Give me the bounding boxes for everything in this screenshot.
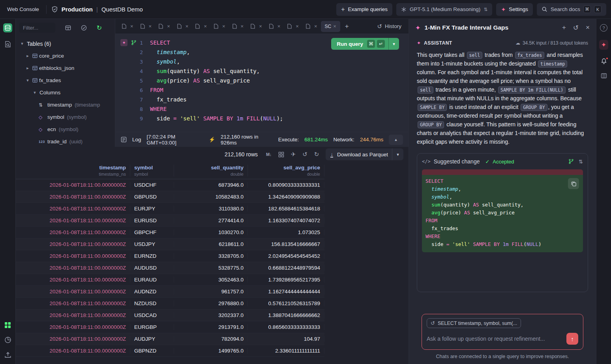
- table-row[interactable]: 2026-01-08T18:11:00.0000000Z EURJPY 3110…: [16, 203, 324, 215]
- column-header-sell-quantity[interactable]: sell_quantity double: [174, 165, 248, 176]
- column-header-sell-avg-price[interactable]: sell_avg_price double: [248, 165, 324, 176]
- close-icon[interactable]: ×: [204, 23, 207, 29]
- column-item[interactable]: 123 trade_id (uuid): [16, 135, 115, 147]
- table-row[interactable]: 2026-01-08T18:11:00.0000000Z GBPNZD 1499…: [16, 345, 324, 357]
- close-icon[interactable]: ×: [149, 23, 152, 29]
- send-icon[interactable]: ✈: [291, 151, 296, 158]
- assistant-toggle-icon[interactable]: ✦: [599, 40, 608, 50]
- table-item-fx-trades[interactable]: ▾ fx_trades: [16, 74, 115, 86]
- import-icon[interactable]: [4, 351, 11, 358]
- close-icon[interactable]: ×: [259, 23, 262, 29]
- tables-section-toggle[interactable]: ▾ Tables (6): [16, 38, 115, 50]
- table-row[interactable]: 2026-01-08T18:11:00.0000000Z AUDUSD 5328…: [16, 262, 324, 274]
- sql-editor[interactable]: ✦ 1 SELECT: [115, 34, 409, 132]
- query-history-icon[interactable]: ↺: [302, 151, 307, 158]
- editor-tab[interactable]: ×: [266, 19, 284, 34]
- editor-tab[interactable]: ×: [210, 19, 229, 34]
- table-item[interactable]: ▸ ethblocks_json: [16, 62, 115, 74]
- pie-chart-icon[interactable]: [4, 336, 11, 343]
- refresh-icon[interactable]: ↻: [314, 151, 319, 158]
- table-row[interactable]: 2026-01-08T18:11:00.0000000Z AUDNZD 9617…: [16, 286, 324, 298]
- close-button[interactable]: ×: [586, 24, 590, 32]
- editor-tab[interactable]: ×: [155, 19, 174, 34]
- notifications-icon[interactable]: [601, 58, 607, 64]
- git-branch-icon[interactable]: [131, 40, 137, 45]
- column-item[interactable]: ⇅ timestamp (timestamp: [16, 99, 115, 111]
- editor-tab[interactable]: ×: [302, 19, 321, 34]
- grid-view-icon[interactable]: [4, 322, 11, 328]
- table-row[interactable]: 2026-01-08T18:11:00.0000000Z USDJPY 6218…: [16, 238, 324, 250]
- send-button[interactable]: ↑: [566, 333, 578, 345]
- table-row[interactable]: 2026-01-08T18:11:00.0000000Z EURNZD 3328…: [16, 250, 324, 262]
- table-item[interactable]: ▸ core_price: [16, 50, 115, 62]
- expand-icon[interactable]: ⇅: [579, 159, 583, 165]
- collapse-log-button[interactable]: ▴: [389, 135, 403, 145]
- instance-selector[interactable]: Production | QuestDB Demo: [51, 6, 143, 13]
- log-icon: [121, 137, 127, 143]
- close-icon[interactable]: ×: [186, 23, 189, 29]
- chevron-down-icon[interactable]: ▾: [389, 41, 399, 47]
- schema-explorer-icon[interactable]: [4, 41, 11, 48]
- filter-input[interactable]: [19, 23, 55, 33]
- table-row[interactable]: 2026-01-08T18:11:00.0000000Z EURGBP 2913…: [16, 321, 324, 333]
- model-selector[interactable]: GPT-5.1 (Medium Reasoning) ⇅: [396, 3, 492, 16]
- restore-query-icon: ↺: [431, 320, 435, 326]
- column-header-symbol[interactable]: symbol symbol: [130, 165, 174, 176]
- ai-sparkle-icon[interactable]: ✦: [120, 39, 127, 46]
- table-row[interactable]: 2026-01-08T18:11:00.0000000Z USDCAD 3202…: [16, 310, 324, 321]
- table-row[interactable]: 2026-01-08T18:11:00.0000000Z EURAUD 3052…: [16, 274, 324, 286]
- result-panel-icon[interactable]: [601, 73, 607, 79]
- table-row[interactable]: 2026-01-08T18:11:00.0000000Z AUDJPY 7820…: [16, 333, 324, 345]
- cell-timestamp: 2026-01-08T18:11:00.0000000Z: [16, 218, 130, 223]
- example-queries-button[interactable]: + Example queries: [336, 3, 392, 16]
- ai-model-icon: [401, 7, 407, 12]
- editor-tab[interactable]: ×: [192, 19, 210, 34]
- code-text: SELECT: [150, 39, 170, 46]
- editor-tab[interactable]: ×: [174, 19, 192, 34]
- close-icon[interactable]: ×: [130, 23, 133, 29]
- columns-toggle[interactable]: ▾ Columns: [16, 86, 115, 99]
- questdb-logo[interactable]: [3, 23, 13, 33]
- chat-history-button[interactable]: ↺: [573, 24, 579, 32]
- chevron-down-icon[interactable]: ▾: [392, 152, 403, 157]
- add-table-icon[interactable]: [65, 25, 71, 31]
- git-branch-icon[interactable]: [568, 159, 574, 164]
- table-row[interactable]: 2026-01-08T18:11:00.0000000Z EURUSD 2774…: [16, 215, 324, 227]
- history-button[interactable]: ↺ History: [377, 23, 405, 30]
- column-item[interactable]: ◇ symbol (symbol): [16, 111, 115, 123]
- refresh-icon[interactable]: ↻: [97, 24, 102, 32]
- close-icon[interactable]: ×: [333, 23, 336, 29]
- editor-tab[interactable]: SC ×: [321, 21, 340, 32]
- settings-button[interactable]: ✦ Settings: [496, 3, 533, 16]
- close-icon[interactable]: ×: [241, 23, 244, 29]
- table-row[interactable]: 2026-01-08T18:11:00.0000000Z GBPUSD 1058…: [16, 191, 324, 203]
- help-icon[interactable]: ?: [600, 24, 607, 32]
- editor-tab[interactable]: ×: [137, 19, 156, 34]
- column-item[interactable]: ◇ ecn (symbol): [16, 123, 115, 135]
- results-pane: 212,160 rows M↓ ✈ ↺ ↻ ↓ Download as Parq…: [16, 147, 409, 364]
- close-icon[interactable]: ×: [277, 23, 281, 29]
- follow-up-input[interactable]: Ask a follow up question or request refi…: [427, 336, 566, 342]
- markdown-export-icon[interactable]: M↓: [266, 152, 272, 157]
- table-row[interactable]: 2026-01-08T18:11:00.0000000Z USDCHF 6873…: [16, 179, 324, 191]
- column-header-timestamp[interactable]: timestamp timestamp_ns: [16, 165, 130, 176]
- editor-tab[interactable]: ×: [247, 19, 266, 34]
- query-context-chip[interactable]: ↺ SELECT timestamp, symbol, sum(...: [427, 318, 521, 328]
- editor-tab[interactable]: ×: [284, 19, 302, 34]
- run-query-button[interactable]: Run query ⌘ ↵ ▾: [331, 38, 399, 50]
- check-circle-icon[interactable]: [81, 25, 87, 31]
- table-row[interactable]: 2026-01-08T18:11:00.0000000Z GBPCHF 1030…: [16, 227, 324, 238]
- new-chat-button[interactable]: +: [562, 24, 566, 32]
- close-icon[interactable]: ×: [296, 23, 299, 29]
- close-icon[interactable]: ×: [222, 23, 225, 29]
- close-icon[interactable]: ×: [167, 23, 170, 29]
- editor-tab[interactable]: ×: [118, 19, 137, 34]
- download-parquet-button[interactable]: ↓ Download as Parquet ▾: [326, 148, 403, 160]
- copy-button[interactable]: [568, 178, 579, 189]
- new-tab-button[interactable]: +: [345, 23, 349, 30]
- editor-tab[interactable]: ×: [229, 19, 247, 34]
- grid-icon[interactable]: [278, 152, 284, 158]
- table-row[interactable]: 2026-01-08T18:11:00.0000000Z NZDUSD 2976…: [16, 298, 324, 310]
- search-docs-button[interactable]: Search docs ⌘ K: [537, 3, 606, 16]
- close-icon[interactable]: ×: [314, 23, 317, 29]
